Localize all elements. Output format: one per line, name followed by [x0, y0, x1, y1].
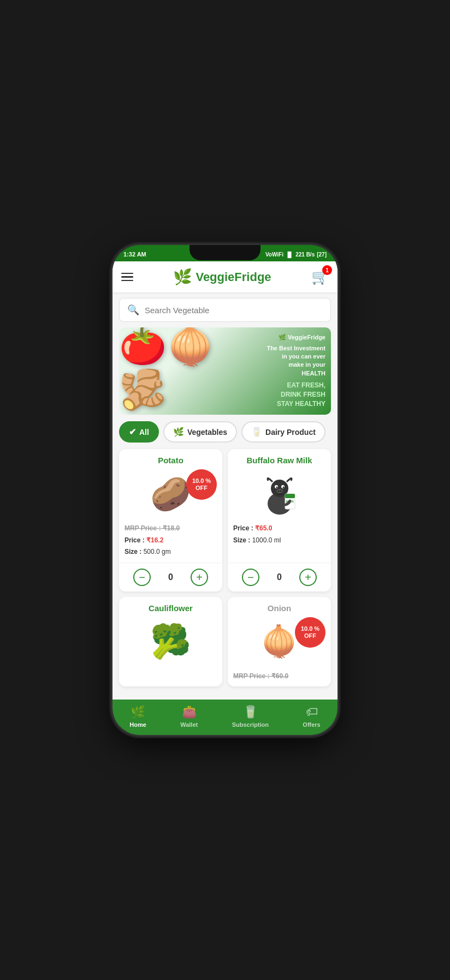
- potato-price: ₹16.2: [146, 536, 163, 544]
- potato-discount-badge: 10.0 %OFF: [186, 469, 217, 500]
- banner-sub-tagline: EAT FRESH,DRINK FRESHSTAY HEALTHY: [235, 381, 325, 408]
- milk-size: 1000.0 ml: [252, 536, 281, 544]
- potato-mrp: MRP Price : ₹18.0: [125, 524, 180, 532]
- home-icon: 🌿: [131, 705, 145, 719]
- onion-info: MRP Price : ₹60.0: [233, 671, 325, 683]
- wallet-icon: 👛: [182, 705, 197, 719]
- banner-tagline: The Best Investmentin you can evermake i…: [235, 344, 325, 378]
- status-right: VoWiFi ▐▌ 221 B/s [27]: [265, 252, 327, 258]
- potato-price-label: Price :: [125, 536, 146, 544]
- onion-emoji: 🧅: [260, 624, 298, 659]
- svg-point-8: [280, 490, 281, 492]
- product-image-onion: 🧅 10.0 %OFF: [233, 617, 325, 666]
- cart-button[interactable]: 🛒 1: [311, 268, 329, 285]
- logo-text: VeggieFridge: [196, 270, 271, 284]
- potato-qty-row: − 0 +: [119, 563, 222, 591]
- category-vegetables-label: Vegetables: [187, 428, 227, 437]
- onion-mrp: MRP Price : ₹60.0: [233, 672, 288, 680]
- check-icon: ✔: [129, 427, 136, 437]
- product-card-potato: Potato 🥔 10.0 %OFF MRP Price : ₹18.0 Pri…: [119, 449, 222, 591]
- search-icon: 🔍: [127, 304, 139, 316]
- onion-discount-badge: 10.0 %OFF: [295, 617, 325, 648]
- products-grid: Potato 🥔 10.0 %OFF MRP Price : ₹18.0 Pri…: [112, 447, 338, 693]
- battery-label: [27]: [317, 252, 327, 258]
- svg-point-6: [276, 489, 283, 493]
- leaf-icon: 🌿: [173, 427, 184, 437]
- product-card-buffalo-milk: Buffalo Raw Milk: [228, 449, 331, 591]
- status-time: 1:32 AM: [123, 251, 146, 258]
- product-name-cauliflower: Cauliflower: [125, 603, 217, 613]
- milk-price-label: Price :: [233, 524, 255, 532]
- product-image-cauliflower: 🥦: [125, 617, 217, 666]
- milk-price: ₹65.0: [255, 524, 272, 532]
- speed-label: 221 B/s: [295, 252, 315, 258]
- cart-badge: 1: [322, 265, 332, 275]
- cauliflower-emoji: 🥦: [150, 622, 191, 661]
- vowifi-label: VoWiFi: [265, 252, 283, 258]
- search-input[interactable]: [145, 306, 323, 315]
- nav-offers-label: Offers: [303, 721, 320, 728]
- product-card-onion: Onion 🧅 10.0 %OFF MRP Price : ₹60.0: [228, 597, 331, 687]
- product-name-buffalo-milk: Buffalo Raw Milk: [233, 456, 325, 465]
- milk-icon: 🥛: [251, 427, 262, 437]
- app-header: 🌿 VeggieFridge 🛒 1: [112, 261, 338, 292]
- potato-info: MRP Price : ₹18.0 Price : ₹16.2 Size : 5…: [125, 523, 217, 558]
- banner-veggie-image: 🥕🥦🍅🧅🫚: [119, 327, 235, 415]
- milk-qty: 0: [277, 572, 282, 582]
- potato-emoji: 🥔: [150, 475, 191, 513]
- svg-rect-10: [285, 494, 295, 498]
- potato-size-label: Size :: [125, 548, 144, 555]
- logo-icon: 🌿: [173, 268, 192, 286]
- banner-text: 🌿 VeggieFridge The Best Investmentin you…: [235, 327, 331, 415]
- product-image-potato: 🥔 10.0 %OFF: [125, 469, 217, 518]
- potato-qty: 0: [168, 572, 173, 582]
- category-tabs: ✔ All 🌿 Vegetables 🥛 Dairy Product: [112, 415, 338, 447]
- search-bar[interactable]: 🔍: [119, 298, 331, 322]
- hamburger-menu[interactable]: [121, 273, 133, 282]
- bottom-nav: 🌿 Home 👛 Wallet 🥛 Subscription 🏷 Offers: [112, 700, 338, 735]
- milk-decrement[interactable]: −: [242, 569, 259, 586]
- product-name-potato: Potato: [125, 456, 217, 465]
- nav-subscription[interactable]: 🥛 Subscription: [232, 705, 269, 728]
- product-card-cauliflower: Cauliflower 🥦: [119, 597, 222, 687]
- category-dairy-label: Dairy Product: [265, 428, 316, 437]
- nav-home[interactable]: 🌿 Home: [129, 705, 146, 728]
- offers-icon: 🏷: [306, 705, 318, 719]
- nav-wallet-label: Wallet: [180, 721, 198, 728]
- banner-logo: 🌿 VeggieFridge: [235, 334, 325, 341]
- product-image-buffalo-milk: MILK: [233, 469, 325, 518]
- svg-point-5: [282, 486, 284, 488]
- potato-size: 500.0 gm: [144, 548, 171, 555]
- product-name-onion: Onion: [233, 603, 325, 613]
- category-dairy[interactable]: 🥛 Dairy Product: [241, 421, 325, 443]
- category-all[interactable]: ✔ All: [119, 421, 159, 443]
- milk-increment[interactable]: +: [299, 569, 317, 586]
- potato-decrement[interactable]: −: [133, 569, 151, 586]
- promo-banner: 🥕🥦🍅🧅🫚 🌿 VeggieFridge The Best Investment…: [119, 327, 331, 415]
- signal-bars: ▐▌: [286, 252, 293, 258]
- nav-wallet[interactable]: 👛 Wallet: [180, 705, 198, 728]
- milk-size-label: Size :: [233, 536, 252, 544]
- app-logo: 🌿 VeggieFridge: [173, 268, 271, 286]
- category-vegetables[interactable]: 🌿 Vegetables: [163, 421, 237, 443]
- potato-increment[interactable]: +: [191, 569, 208, 586]
- svg-point-7: [277, 490, 279, 492]
- category-all-label: All: [139, 428, 149, 437]
- buffalo-milk-svg: MILK: [260, 471, 299, 517]
- subscription-icon: 🥛: [243, 705, 258, 719]
- milk-qty-row: − 0 +: [228, 563, 331, 591]
- nav-home-label: Home: [129, 721, 146, 728]
- nav-offers[interactable]: 🏷 Offers: [303, 705, 320, 728]
- nav-subscription-label: Subscription: [232, 721, 269, 728]
- buffalo-milk-info: Price : ₹65.0 Size : 1000.0 ml: [233, 523, 325, 546]
- svg-point-4: [276, 486, 277, 488]
- app-content: 🌿 VeggieFridge 🛒 1 🔍 🥕🥦🍅🧅🫚 🌿 VeggieFridg…: [112, 261, 338, 700]
